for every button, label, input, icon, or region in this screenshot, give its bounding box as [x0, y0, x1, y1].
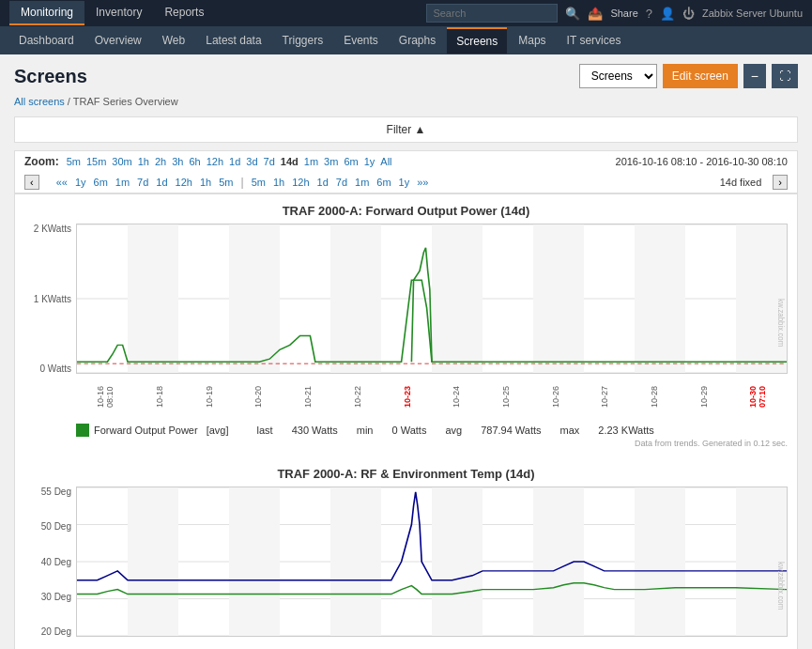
zoom-7d[interactable]: 7d [262, 156, 277, 167]
chart2-main[interactable]: kw.zabbix.com [76, 487, 788, 637]
filter-toggle[interactable]: Filter ▲ [387, 123, 426, 136]
zoom-1y[interactable]: 1y [362, 156, 377, 167]
zoom-3m[interactable]: 3m [322, 156, 340, 167]
x-label-1021: 10-21 [303, 376, 313, 418]
tab-maps[interactable]: Maps [509, 28, 555, 53]
screens-dropdown[interactable]: Screens [579, 64, 657, 88]
svg-rect-19 [330, 487, 381, 636]
nav-rr[interactable]: »» [415, 177, 430, 188]
svg-text:kw.zabbix.com: kw.zabbix.com [776, 299, 785, 347]
chart2-y-axis: 55 Deg 50 Deg 40 Deg 30 Deg 20 Deg [24, 487, 76, 637]
nav-1m-left[interactable]: 1m [114, 177, 131, 188]
share-icon[interactable]: 📤 [588, 7, 603, 21]
chart1-title: TRAF 2000-A: Forward Output Power (14d) [24, 204, 788, 218]
user-icon[interactable]: 👤 [660, 7, 675, 21]
top-nav-right: 🔍 📤 Share ? 👤 ⏻ Zabbix Server Ubuntu [426, 4, 803, 23]
tab-screens[interactable]: Screens [447, 27, 507, 54]
nav-ll[interactable]: «« [54, 177, 69, 188]
zoom-2h[interactable]: 2h [153, 156, 168, 167]
chart1-stats: last 430 Watts min 0 Watts avg 787.94 Wa… [257, 425, 654, 436]
svg-rect-4 [229, 224, 280, 373]
x2-label-1029: 10-29 [704, 639, 713, 649]
stat-last-label: last [257, 425, 273, 436]
share-label: Share [610, 8, 637, 19]
nav-6m-left[interactable]: 6m [92, 177, 110, 188]
nav-7d-right[interactable]: 7d [334, 177, 349, 188]
x-label-1016: 10-16 08:10 [96, 376, 115, 418]
zoom-1d[interactable]: 1d [227, 156, 242, 167]
shrink-button[interactable]: − [743, 64, 766, 88]
svg-rect-18 [229, 487, 280, 636]
zoom-3d[interactable]: 3d [244, 156, 259, 167]
nav-12h-left[interactable]: 12h [174, 177, 194, 188]
nav-1m-right[interactable]: 1m [353, 177, 371, 188]
nav-monitoring[interactable]: Monitoring [9, 1, 84, 25]
x-label-1025: 10-25 [501, 376, 511, 418]
nav-1d-right[interactable]: 1d [315, 177, 330, 188]
svg-rect-20 [432, 487, 483, 636]
zoom-all[interactable]: All [378, 156, 393, 167]
next-button[interactable]: › [773, 175, 788, 190]
chart1-data-info: Data from trends. Generated in 0.12 sec. [24, 439, 788, 448]
tab-overview[interactable]: Overview [85, 28, 151, 53]
zoom-12h[interactable]: 12h [205, 156, 225, 167]
nav-inventory[interactable]: Inventory [84, 1, 153, 25]
nav-12h-right[interactable]: 12h [290, 177, 311, 188]
nav-1h-right[interactable]: 1h [271, 177, 286, 188]
tab-triggers[interactable]: Triggers [273, 28, 333, 53]
nav-1y-right[interactable]: 1y [397, 177, 412, 188]
nav-separator: | [239, 176, 246, 189]
help-icon[interactable]: ? [646, 7, 652, 21]
nav-reports[interactable]: Reports [153, 1, 215, 25]
zoom-30m[interactable]: 30m [110, 156, 133, 167]
zoom-6m[interactable]: 6m [342, 156, 360, 167]
stat-min-label: min [357, 425, 374, 436]
x2-label-1022: 10-22 [381, 639, 391, 649]
nav-5m-left[interactable]: 5m [217, 177, 235, 188]
search-input[interactable] [426, 4, 558, 23]
y-label-2kw: 2 KWatts [34, 224, 71, 234]
x-label-1019: 10-19 [205, 376, 214, 418]
y-label-55deg: 55 Deg [41, 487, 71, 497]
search-icon[interactable]: 🔍 [565, 7, 580, 21]
x2-label-1021: 10-21 [335, 639, 345, 649]
zoom-6h[interactable]: 6h [188, 156, 203, 167]
x2-label-1025: 10-25 [519, 639, 529, 649]
period-info: 14d fixed [720, 177, 762, 188]
tab-graphs[interactable]: Graphs [390, 28, 445, 53]
x2-label-1030: 10-30 07:10 [750, 639, 769, 649]
zoom-15m[interactable]: 15m [84, 156, 108, 167]
tab-it-services[interactable]: IT services [558, 28, 631, 53]
page-title: Screens [14, 66, 87, 87]
nav-7d-left[interactable]: 7d [135, 177, 150, 188]
chart1-y-axis: 2 KWatts 1 KWatts 0 Watts [24, 224, 76, 374]
chart1-area: 2 KWatts 1 KWatts 0 Watts [24, 224, 788, 374]
tab-web[interactable]: Web [153, 28, 194, 53]
chart1-main[interactable]: kw.zabbix.com [76, 224, 788, 374]
power-icon[interactable]: ⏻ [682, 7, 695, 21]
zoom-3h[interactable]: 3h [170, 156, 185, 167]
stat-last-value: 430 Watts [292, 425, 338, 436]
zoom-1m[interactable]: 1m [302, 156, 320, 167]
prev-button[interactable]: ‹ [24, 175, 39, 190]
x2-label-1019: 10-19 [242, 639, 252, 649]
x-label-1024: 10-24 [452, 376, 461, 418]
svg-text:kw.zabbix.com: kw.zabbix.com [776, 562, 785, 610]
zoom-1h[interactable]: 1h [136, 156, 151, 167]
nav-5m-right[interactable]: 5m [250, 177, 268, 188]
zoom-5m[interactable]: 5m [65, 156, 83, 167]
nav-1h-left[interactable]: 1h [198, 177, 213, 188]
legend-item-fop: Forward Output Power [avg] [76, 424, 229, 437]
zoom-14d[interactable]: 14d [279, 156, 300, 167]
tab-dashboard[interactable]: Dashboard [9, 28, 84, 53]
breadcrumb-all-screens[interactable]: All screens [14, 96, 65, 107]
breadcrumb-current: TRAF Series Overview [73, 96, 178, 107]
nav-1y-left[interactable]: 1y [73, 177, 88, 188]
nav-6m-right[interactable]: 6m [375, 177, 392, 188]
tab-events[interactable]: Events [334, 28, 388, 53]
edit-screen-button[interactable]: Edit screen [663, 64, 738, 88]
tab-latest-data[interactable]: Latest data [196, 28, 270, 53]
chart2-wrapper: TRAF 2000-A: RF & Environment Temp (14d)… [24, 467, 788, 649]
nav-1d-left[interactable]: 1d [154, 177, 169, 188]
expand-button[interactable]: ⛶ [772, 64, 798, 88]
